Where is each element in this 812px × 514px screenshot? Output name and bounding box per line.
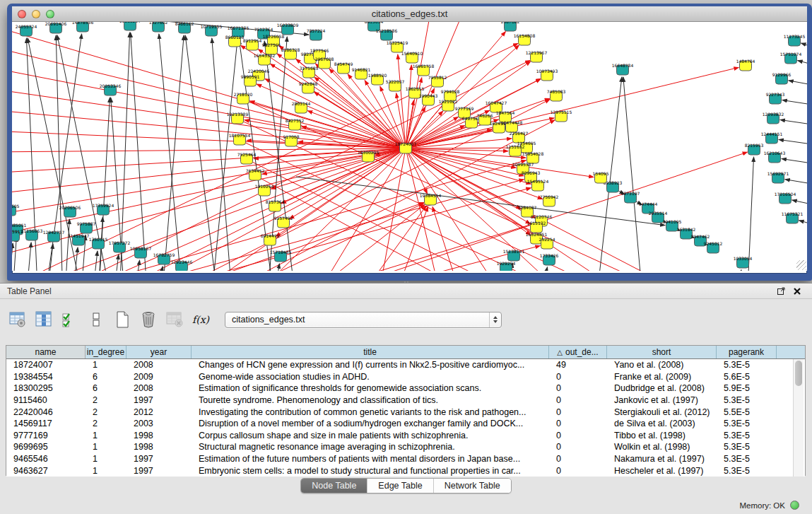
graph-edge[interactable] — [801, 43, 807, 47]
vertical-scrollbar[interactable] — [793, 359, 804, 477]
column-header-out_degree[interactable]: △out_de... — [549, 346, 607, 358]
cell-pagerank[interactable]: 5.5E-5 — [717, 407, 777, 417]
table-row[interactable]: 1938455462009Genome-wide association stu… — [6, 371, 805, 383]
table-row[interactable]: 969969511998Structural magnetic resonanc… — [6, 441, 805, 453]
cell-year[interactable]: 1998 — [126, 442, 192, 452]
graph-edge[interactable] — [131, 33, 148, 271]
cell-title[interactable]: Corpus callosum shape and size in male p… — [192, 431, 549, 440]
scrollbar-thumb[interactable] — [795, 361, 802, 386]
column-header-name[interactable]: name — [6, 346, 86, 358]
cell-year[interactable]: 2012 — [126, 407, 192, 417]
delete-trash-icon[interactable] — [138, 309, 159, 330]
table-row[interactable]: 946554611997Estimation of the future num… — [6, 453, 805, 465]
cell-name[interactable]: 9463627 — [6, 466, 86, 476]
cell-title[interactable]: Changes of HCN gene expression and I(f) … — [192, 360, 549, 370]
cell-out_degree[interactable]: 0 — [549, 395, 607, 405]
cell-pagerank[interactable]: 5.3E-5 — [717, 442, 777, 452]
cell-in_degree[interactable]: 1 — [86, 466, 126, 476]
tab-node-table[interactable]: Node Table — [301, 479, 367, 493]
cell-pagerank[interactable]: 5.3E-5 — [717, 431, 777, 440]
graph-edge[interactable] — [94, 251, 98, 271]
cell-pagerank[interactable]: 5.3E-5 — [717, 454, 777, 464]
cell-out_degree[interactable]: 0 — [549, 466, 607, 476]
cell-pagerank[interactable]: 5.3E-5 — [717, 466, 777, 476]
cell-name[interactable]: 18300295 — [6, 383, 86, 393]
close-window-button[interactable] — [18, 10, 26, 18]
cell-out_degree[interactable]: 0 — [549, 442, 607, 452]
column-header-pagerank[interactable]: pagerank — [717, 346, 777, 358]
cell-title[interactable]: Disruption of a novel member of a sodium… — [192, 419, 549, 428]
cell-in_degree[interactable]: 2 — [86, 419, 126, 428]
window-titlebar[interactable]: citations_edges.txt — [12, 6, 807, 22]
cell-short[interactable]: Wolkin et al. (1998) — [607, 442, 717, 452]
minimize-window-button[interactable] — [32, 10, 40, 18]
zoom-window-button[interactable] — [46, 10, 54, 18]
graph-edge[interactable] — [406, 148, 519, 148]
graph-edge[interactable] — [12, 110, 406, 148]
table-row[interactable]: 1830029562008Estimation of significance … — [6, 382, 805, 395]
graph-edge[interactable] — [12, 88, 406, 148]
network-table-select[interactable]: citations_edges.txt — [225, 312, 502, 328]
cell-name[interactable]: 9777169 — [6, 431, 86, 440]
cell-pagerank[interactable]: 5.9E-5 — [717, 383, 777, 393]
cell-pagerank[interactable]: 5.3E-5 — [717, 395, 777, 405]
column-header-title[interactable]: title — [192, 346, 549, 358]
graph-edge[interactable] — [798, 61, 807, 64]
cell-title[interactable]: Embryonic stem cells: a model to study s… — [192, 466, 549, 476]
cell-in_degree[interactable]: 1 — [86, 360, 126, 370]
column-header-in_degree[interactable]: in_degree — [86, 346, 126, 358]
cell-title[interactable]: Investigating the contribution of common… — [192, 407, 549, 417]
cell-name[interactable]: 19384554 — [6, 372, 86, 382]
function-builder-icon[interactable]: f(x) — [190, 309, 211, 330]
graph-edge[interactable] — [780, 119, 807, 124]
cell-short[interactable]: de Silva et al. (2003) — [607, 419, 717, 428]
float-panel-button[interactable] — [773, 286, 789, 296]
graph-edge[interactable] — [782, 100, 807, 105]
cell-in_degree[interactable]: 1 — [86, 454, 126, 464]
cell-out_degree[interactable]: 0 — [549, 454, 607, 464]
graph-edge[interactable] — [13, 237, 16, 271]
graph-edge[interactable] — [261, 223, 534, 271]
cell-title[interactable]: Structural magnetic resonance image aver… — [192, 442, 549, 452]
cell-out_degree[interactable]: 49 — [549, 360, 607, 370]
cell-short[interactable]: Franke et al. (2009) — [607, 372, 717, 382]
graph-edge[interactable] — [792, 200, 807, 204]
cell-in_degree[interactable]: 2 — [86, 395, 126, 405]
cell-name[interactable]: 9115460 — [6, 395, 86, 405]
column-header-short[interactable]: short — [607, 346, 717, 358]
cell-short[interactable]: Nakamura et al. (1997) — [607, 454, 717, 464]
graph-edge[interactable] — [406, 148, 524, 176]
cell-year[interactable]: 1997 — [126, 395, 192, 405]
tab-edge-table[interactable]: Edge Table — [367, 479, 433, 493]
graph-edge[interactable] — [623, 77, 641, 271]
cell-out_degree[interactable]: 0 — [549, 419, 607, 428]
table-row[interactable]: 911546021997Tourette syndrome. Phenomeno… — [6, 395, 805, 407]
cell-in_degree[interactable]: 1 — [86, 431, 126, 440]
cell-short[interactable]: Jankovic et al. (1997) — [607, 395, 717, 405]
cell-pagerank[interactable]: 5.6E-5 — [717, 372, 777, 382]
cell-title[interactable]: Estimation of the future numbers of pati… — [192, 454, 549, 464]
cell-in_degree[interactable]: 1 — [86, 442, 126, 452]
graph-edge[interactable] — [212, 38, 233, 271]
graph-edge[interactable] — [739, 270, 741, 271]
cell-in_degree[interactable]: 6 — [86, 383, 126, 393]
cell-name[interactable]: 14569117 — [6, 419, 86, 428]
tab-network-table[interactable]: Network Table — [433, 479, 511, 493]
graph-edge[interactable] — [543, 267, 548, 271]
cell-year[interactable]: 2008 — [126, 383, 192, 393]
network-graph[interactable]: 2405572420691406148785561065329715276028… — [12, 22, 807, 271]
graph-edge[interactable] — [406, 148, 530, 224]
delete-table-icon[interactable] — [164, 309, 185, 330]
table-row[interactable]: 1872400712008Changes of HCN gene express… — [6, 359, 805, 371]
cell-name[interactable]: 22420046 — [6, 407, 86, 417]
cell-title[interactable]: Genome-wide association studies in ADHD. — [192, 372, 549, 382]
graph-edge[interactable] — [255, 175, 494, 271]
cell-out_degree[interactable]: 0 — [549, 431, 607, 440]
graph-node[interactable] — [124, 22, 136, 30]
table-row[interactable]: 977716911998Corpus callosum shape and si… — [6, 430, 805, 442]
graph-edge[interactable] — [119, 33, 130, 271]
select-all-check-icon[interactable] — [59, 309, 81, 330]
table-settings-icon[interactable] — [7, 309, 28, 330]
graph-edge[interactable] — [185, 35, 218, 271]
cell-name[interactable]: 9465546 — [6, 454, 86, 464]
